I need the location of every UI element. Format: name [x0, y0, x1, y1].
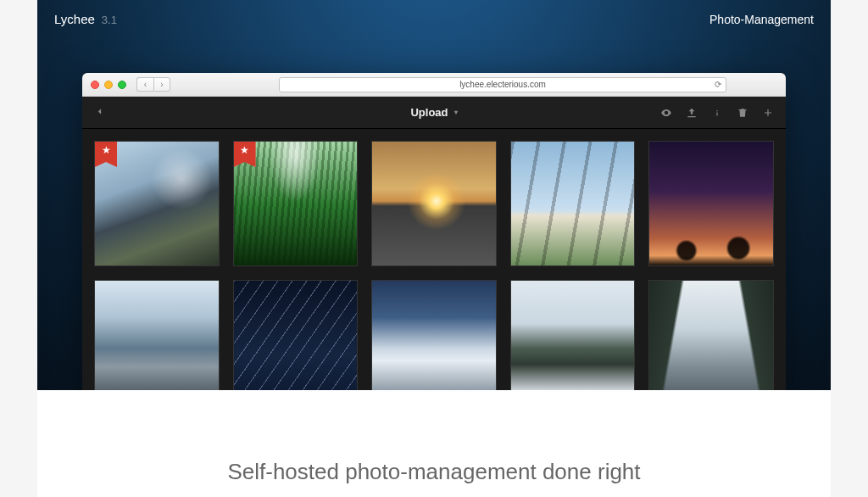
trash-icon[interactable] — [737, 107, 748, 119]
app-name: Lychee — [54, 12, 95, 26]
toolbar-title-dropdown[interactable]: Upload ▾ — [410, 106, 457, 119]
photo-thumbnail[interactable] — [371, 141, 497, 266]
share-icon[interactable] — [686, 107, 698, 119]
photo-image — [372, 142, 496, 265]
tagline: Self-hosted photo-management done right — [227, 459, 640, 485]
photo-image — [95, 281, 219, 390]
tagline-section: Self-hosted photo-management done right — [37, 390, 831, 497]
nav-forward-button[interactable]: › — [153, 77, 170, 92]
photo-image — [511, 142, 635, 265]
photo-image — [234, 281, 358, 390]
url-text: lychee.electerious.com — [459, 80, 546, 89]
photo-image — [649, 142, 773, 265]
traffic-lights — [91, 81, 126, 89]
url-bar[interactable]: lychee.electerious.com ⟳ — [279, 77, 726, 92]
photo-grid: ★ ★ — [82, 129, 786, 390]
hero-banner: Lychee 3.1 Photo-Management ‹ › lychee.e… — [37, 0, 831, 390]
photo-image — [511, 281, 635, 390]
browser-chrome: ‹ › lychee.electerious.com ⟳ — [82, 73, 786, 97]
minimize-icon[interactable] — [104, 81, 113, 89]
close-icon[interactable] — [91, 81, 99, 89]
maximize-icon[interactable] — [118, 81, 126, 89]
info-icon[interactable] — [711, 107, 723, 119]
app-subtitle: Photo-Management — [709, 13, 814, 26]
toolbar-title: Upload — [410, 106, 448, 119]
photo-image — [649, 281, 773, 390]
photo-thumbnail[interactable] — [371, 280, 497, 390]
photo-thumbnail[interactable] — [233, 280, 359, 390]
photo-thumbnail[interactable] — [94, 280, 220, 390]
visibility-icon[interactable] — [660, 107, 672, 119]
app-version: 3.1 — [102, 14, 117, 26]
add-icon[interactable] — [762, 107, 774, 119]
photo-thumbnail[interactable]: ★ — [233, 141, 359, 266]
photo-thumbnail[interactable] — [648, 141, 774, 266]
chevron-down-icon: ▾ — [454, 109, 458, 116]
photo-thumbnail[interactable] — [510, 141, 636, 266]
photo-thumbnail[interactable] — [648, 280, 774, 390]
photo-thumbnail[interactable] — [510, 280, 636, 390]
browser-window: ‹ › lychee.electerious.com ⟳ Upload ▾ — [82, 73, 786, 390]
app-toolbar: Upload ▾ — [82, 97, 786, 129]
photo-thumbnail[interactable]: ★ — [94, 141, 220, 266]
nav-back-button[interactable]: ‹ — [136, 77, 153, 92]
hero-header: Lychee 3.1 Photo-Management — [37, 0, 831, 35]
photo-image — [372, 281, 496, 390]
reload-icon[interactable]: ⟳ — [715, 80, 721, 89]
back-button[interactable] — [94, 106, 105, 120]
